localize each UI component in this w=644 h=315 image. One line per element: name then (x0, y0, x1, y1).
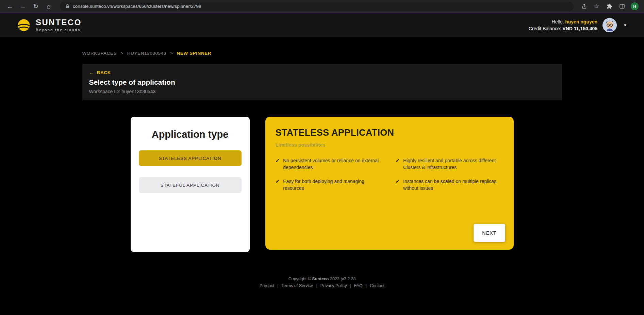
bookmark-star-icon[interactable]: ☆ (593, 3, 600, 10)
application-type-title: Application type (139, 129, 242, 140)
feature-text: Highly resilient and portable across dif… (403, 157, 503, 171)
footer-link-terms[interactable]: Terms of Service (281, 283, 313, 288)
detail-subtitle: Limitless possibilites (276, 142, 503, 148)
main-content: WORKSPACES > HUYEN13030543 > NEW SPINNER… (82, 37, 562, 288)
page-footer: Copyright © Sunteco 2023 |v3.2.28 Produc… (82, 277, 562, 288)
sunteco-logo[interactable]: SUNTECO Beyond the clouds (16, 18, 82, 33)
link-separator: | (316, 283, 317, 288)
credit-value: VND 11,150,405 (562, 26, 597, 31)
workspace-id-text: Workspace ID: huyen13030543 (89, 89, 555, 94)
link-separator: | (350, 283, 351, 288)
user-info: Hello, huyen nguyen Credit Balance: VND … (529, 19, 597, 31)
footer-link-contact[interactable]: Contact (370, 283, 384, 288)
stateless-detail-card: STATELESS APPLICATION Limitless possibil… (265, 117, 514, 250)
greeting-text: Hello, huyen nguyen (529, 19, 597, 24)
credit-balance: Credit Balance: VND 11,150,405 (529, 26, 597, 31)
back-label: BACK (97, 70, 111, 75)
feature-item: ✓ Instances can be scaled on multiple re… (396, 178, 503, 192)
application-type-card: Application type STATELESS APPLICATION S… (131, 117, 250, 252)
check-icon: ✓ (276, 157, 280, 164)
browser-home-button[interactable]: ⌂ (44, 2, 53, 11)
footer-link-privacy[interactable]: Privacy Policy (320, 283, 347, 288)
stateless-application-button[interactable]: STATELESS APPLICATION (139, 150, 242, 166)
breadcrumb: WORKSPACES > HUYEN13030543 > NEW SPINNER (82, 51, 562, 56)
footer-link-product[interactable]: Product (260, 283, 274, 288)
address-bar[interactable]: console.sunteco.vn/workspaces/656/cluste… (60, 2, 574, 11)
link-separator: | (366, 283, 367, 288)
check-icon: ✓ (396, 178, 400, 185)
footer-links: Product | Terms of Service | Privacy Pol… (82, 283, 562, 288)
page-title: Select type of application (89, 78, 555, 86)
user-avatar[interactable] (602, 18, 617, 32)
breadcrumb-separator: > (120, 51, 123, 56)
extensions-icon[interactable] (606, 3, 613, 10)
logo-text: SUNTECO Beyond the clouds (36, 18, 82, 32)
next-button[interactable]: NEXT (474, 224, 505, 242)
username-text: huyen nguyen (565, 19, 597, 24)
breadcrumb-item-new-spinner: NEW SPINNER (177, 51, 211, 56)
feature-text: Instances can be scaled on multiple repl… (403, 178, 503, 192)
feature-item: ✓ Easy for both deploying and managing r… (276, 178, 383, 192)
share-icon[interactable] (580, 3, 588, 10)
feature-text: Easy for both deploying and managing res… (283, 178, 383, 192)
back-button[interactable]: ← BACK (89, 70, 111, 75)
app-header: SUNTECO Beyond the clouds Hello, huyen n… (0, 13, 644, 37)
feature-item: ✓ No persistent volumes or reliance on e… (276, 157, 383, 171)
lock-icon (65, 4, 70, 9)
footer-brand: Sunteco (312, 277, 329, 281)
check-icon: ✓ (396, 157, 400, 164)
breadcrumb-item-workspace[interactable]: HUYEN13030543 (127, 51, 166, 56)
browser-toolbar: ← → ↻ ⌂ console.sunteco.vn/workspaces/65… (0, 0, 644, 13)
feature-list: ✓ No persistent volumes or reliance on e… (276, 157, 503, 192)
header-user-area: Hello, huyen nguyen Credit Balance: VND … (529, 18, 628, 32)
breadcrumb-item-workspaces[interactable]: WORKSPACES (82, 51, 117, 56)
detail-title: STATELESS APPLICATION (276, 128, 503, 138)
footer-link-faq[interactable]: FAQ (354, 283, 363, 288)
logo-title: SUNTECO (36, 18, 82, 27)
check-icon: ✓ (276, 178, 280, 185)
url-text: console.sunteco.vn/workspaces/656/cluste… (73, 4, 201, 9)
copyright-text: Copyright © Sunteco 2023 |v3.2.28 (82, 277, 562, 281)
sunteco-logo-icon (16, 18, 31, 33)
logo-subtitle: Beyond the clouds (36, 28, 82, 32)
side-panel-icon[interactable] (618, 3, 626, 10)
browser-forward-button[interactable]: → (18, 2, 27, 11)
breadcrumb-separator: > (170, 51, 173, 56)
stateful-application-button[interactable]: STATEFUL APPLICATION (139, 177, 242, 193)
feature-text: No persistent volumes or reliance on ext… (283, 157, 383, 171)
browser-actions: ☆ H (580, 2, 639, 10)
back-arrow-icon: ← (89, 70, 94, 75)
chevron-down-icon[interactable]: ▼ (622, 22, 628, 29)
browser-back-button[interactable]: ← (5, 2, 14, 11)
feature-item: ✓ Highly resilient and portable across d… (396, 157, 503, 171)
link-separator: | (277, 283, 278, 288)
browser-reload-button[interactable]: ↻ (31, 2, 40, 11)
page-header-panel: ← BACK Select type of application Worksp… (82, 64, 562, 100)
browser-profile-avatar[interactable]: H (631, 2, 639, 10)
application-type-section: Application type STATELESS APPLICATION S… (82, 117, 562, 252)
